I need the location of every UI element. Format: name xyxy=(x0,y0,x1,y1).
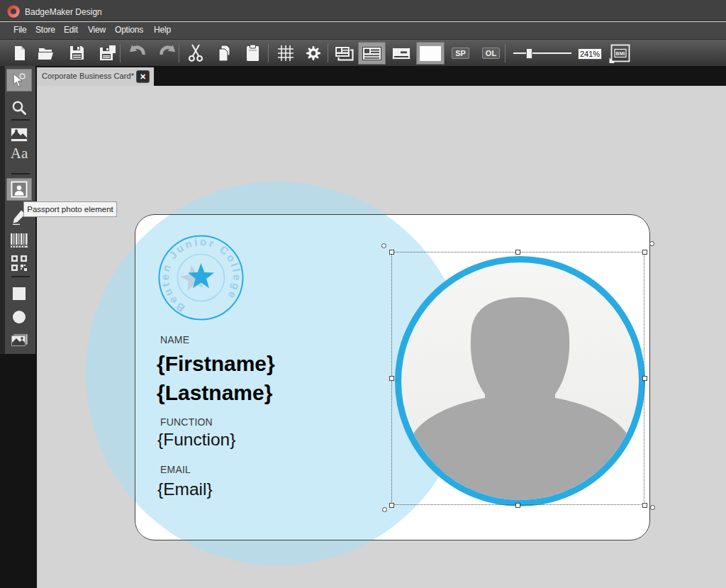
svg-text:BMi: BMi xyxy=(616,51,625,56)
